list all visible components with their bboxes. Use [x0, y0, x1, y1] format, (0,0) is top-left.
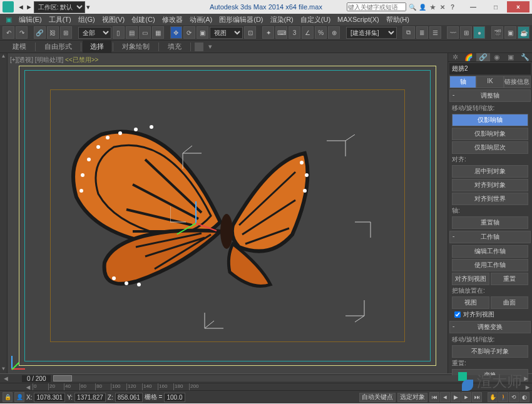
ruler-left-icon[interactable]: ◄: [24, 383, 33, 390]
y-value[interactable]: 1371.827: [74, 393, 106, 402]
workspace-dropdown[interactable]: 工作区: 默认: [34, 1, 85, 13]
scroll-up-icon[interactable]: ▲: [0, 53, 7, 61]
ribbon-expand-icon[interactable]: [195, 43, 203, 51]
tab-create-icon[interactable]: ✲: [448, 53, 462, 61]
tab-motion-icon[interactable]: ◉: [490, 53, 504, 61]
material-editor-button[interactable]: ●: [473, 26, 485, 39]
arrow-left-icon[interactable]: ◄: [18, 3, 24, 11]
viewport-label-shading[interactable]: [明暗处理]: [35, 56, 64, 63]
lock-selection-icon[interactable]: 🔒: [3, 392, 13, 402]
select-move-button[interactable]: ✥: [170, 26, 182, 39]
schematic-button[interactable]: ⊞: [460, 26, 472, 39]
app-menu-icon[interactable]: ▣: [3, 15, 15, 24]
rollout-adjust-transform[interactable]: 调整变换: [449, 321, 531, 333]
link-button[interactable]: 🔗: [34, 26, 46, 39]
pan-icon[interactable]: ✋: [488, 392, 498, 402]
keyboard-button[interactable]: ⌨: [275, 26, 287, 39]
angle-snap-button[interactable]: ∠: [302, 26, 314, 39]
select-name-button[interactable]: ▤: [126, 26, 138, 39]
select-scale-button[interactable]: ▣: [197, 26, 208, 39]
render-frame-button[interactable]: ▣: [504, 26, 516, 39]
menu-render[interactable]: 渲染(R): [267, 14, 297, 25]
curve-editor-button[interactable]: 〰: [447, 26, 459, 39]
z-value[interactable]: 858.061: [115, 393, 143, 402]
select-rotate-button[interactable]: ⟳: [183, 26, 195, 39]
x-value[interactable]: 1078.301: [34, 393, 65, 402]
rollout-adjust-pivot[interactable]: 调整轴: [449, 89, 531, 102]
time-right-icon[interactable]: ►: [523, 375, 529, 382]
menu-help[interactable]: 帮助(H): [383, 14, 412, 25]
selected-button[interactable]: 选定对象: [397, 393, 427, 402]
center-to-object-button[interactable]: 居中到对象: [452, 165, 528, 178]
play-icon[interactable]: ▶: [451, 392, 461, 402]
menu-views[interactable]: 视图(V): [99, 14, 128, 25]
menu-edit[interactable]: 编辑(E): [16, 14, 45, 25]
help-icon[interactable]: ?: [448, 3, 457, 11]
subtab-pivot[interactable]: 轴: [449, 76, 476, 88]
ruler-right-icon[interactable]: ►: [523, 383, 532, 390]
tab-hierarchy-icon[interactable]: 🔗: [476, 53, 490, 61]
pivot-center-button[interactable]: ⊡: [244, 26, 256, 39]
move-gizmo-icon[interactable]: [195, 222, 197, 223]
ribbon-dropdown-icon[interactable]: ▾: [208, 43, 212, 51]
spinner-snap-button[interactable]: ⊕: [328, 26, 340, 39]
close-button[interactable]: ×: [507, 1, 529, 13]
use-working-pivot-button[interactable]: 使用工作轴: [452, 259, 528, 271]
mirror-button[interactable]: ⧉: [402, 26, 414, 39]
time-slider[interactable]: ◄ 0 / 200 ►: [0, 373, 532, 383]
viewport-label-persp[interactable]: [+][透视]: [10, 56, 33, 63]
autokey-button[interactable]: 自动关键点: [359, 393, 396, 402]
prev-frame-icon[interactable]: ◄: [440, 392, 450, 402]
undo-button[interactable]: ↶: [3, 26, 14, 39]
place-surface-button[interactable]: 曲面: [491, 296, 528, 309]
snap-toggle-button[interactable]: 3: [289, 26, 300, 39]
subtab-link[interactable]: 链接信息: [504, 76, 531, 88]
ribbon-tab-freeform[interactable]: 自由形式: [37, 41, 79, 53]
unlink-button[interactable]: ⛓: [47, 26, 59, 39]
ribbon-tab-populate[interactable]: 填充: [160, 41, 189, 53]
orbit-icon[interactable]: ⟲: [509, 392, 519, 402]
time-ruler[interactable]: ◄ 0 20 40 60 80 100 120 140 160 180 200 …: [0, 383, 532, 391]
named-selection-dropdown[interactable]: [建造择集]: [346, 27, 397, 39]
affect-object-button[interactable]: 仅影响对象: [452, 128, 528, 140]
rollout-working-pivot[interactable]: 工作轴: [449, 231, 531, 243]
search-input[interactable]: [347, 3, 406, 11]
menu-graph[interactable]: 图形编辑器(D): [216, 14, 266, 25]
next-frame-icon[interactable]: ►: [461, 392, 471, 402]
dont-affect-children-button[interactable]: 不影响子对象: [452, 345, 528, 358]
tab-modify-icon[interactable]: 🌈: [462, 53, 476, 61]
render-setup-button[interactable]: 🎬: [491, 26, 503, 39]
layers-button[interactable]: ☰: [429, 26, 441, 39]
render-button[interactable]: ☕: [518, 26, 529, 39]
signin-icon[interactable]: 👤: [418, 3, 427, 11]
search-icon[interactable]: 🔍: [408, 3, 417, 11]
select-object-button[interactable]: ▯: [113, 26, 125, 39]
favorite-icon[interactable]: ★: [428, 3, 437, 11]
walk-icon[interactable]: 🚶: [498, 392, 508, 402]
menu-group[interactable]: 组(G): [75, 14, 98, 25]
reset-working-button[interactable]: 重置: [491, 273, 528, 285]
redo-button[interactable]: ↷: [16, 26, 28, 39]
maximize-button[interactable]: □: [484, 1, 507, 13]
tab-utilities-icon[interactable]: 🔧: [518, 53, 532, 61]
arrow-right-icon[interactable]: ►: [26, 3, 33, 11]
ref-coord-dropdown[interactable]: 视图: [210, 27, 243, 39]
frame-counter[interactable]: 0 / 200: [22, 375, 51, 382]
viewport[interactable]: [+][透视] [明暗处理] <<已禁用>>: [8, 53, 448, 373]
ribbon-tab-selection[interactable]: 选择: [83, 41, 111, 53]
tab-display-icon[interactable]: ▣: [504, 53, 518, 61]
menu-modifiers[interactable]: 修改器: [159, 14, 186, 25]
time-left-icon[interactable]: ◄: [3, 375, 9, 382]
align-view-checkbox[interactable]: 对齐到视图: [448, 310, 532, 320]
menu-tools[interactable]: 工具(T): [46, 14, 74, 25]
time-track[interactable]: [53, 375, 520, 381]
exchange-icon[interactable]: ✕: [438, 3, 447, 11]
selection-filter-dropdown[interactable]: 全部: [78, 27, 111, 39]
fov-icon[interactable]: ◐: [519, 392, 529, 402]
window-cross-button[interactable]: ▦: [152, 26, 164, 39]
minimize-button[interactable]: —: [462, 1, 484, 13]
menu-create[interactable]: 创建(C): [128, 14, 158, 25]
menu-customize[interactable]: 自定义(U): [297, 14, 334, 25]
menu-maxscript[interactable]: MAXScript(X): [334, 15, 382, 24]
dropdown-icon[interactable]: ▾: [86, 3, 90, 11]
